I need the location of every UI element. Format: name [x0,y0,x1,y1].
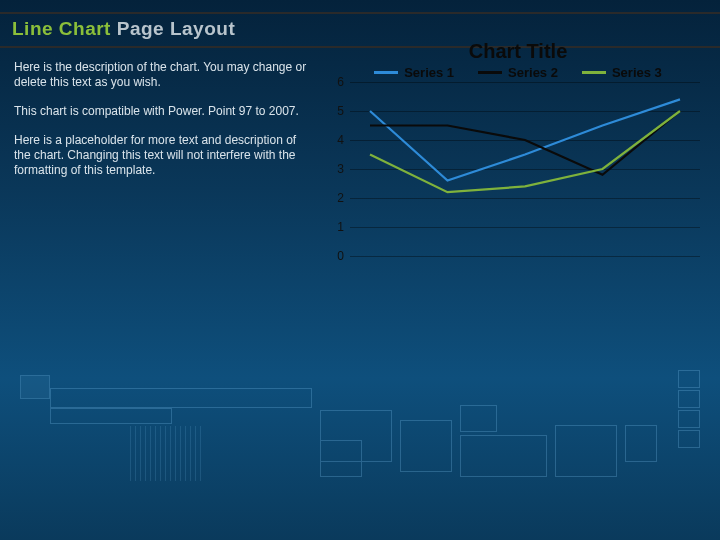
decorative-blueprint [20,370,700,520]
legend-item-series2: Series 2 [478,65,558,80]
legend-item-series1: Series 1 [374,65,454,80]
legend-swatch [478,71,502,74]
y-tick-label: 5 [337,104,344,118]
legend-swatch [582,71,606,74]
legend-label: Series 1 [404,65,454,80]
slide-title-rest: Page Layout [111,18,235,39]
chart-legend: Series 1 Series 2 Series 3 [330,65,706,80]
line-chart: Chart Title Series 1 Series 2 Series 3 6… [330,40,706,256]
description-column: Here is the description of the chart. Yo… [14,60,314,192]
y-tick-label: 2 [337,191,344,205]
y-tick-label: 4 [337,133,344,147]
slide-title: Line Chart Page Layout [12,18,708,40]
y-tick-label: 3 [337,162,344,176]
description-paragraph: Here is a placeholder for more text and … [14,133,314,178]
gridline [350,256,700,257]
chart-lines-svg [350,82,700,256]
slide-title-accent: Line Chart [12,18,111,39]
legend-item-series3: Series 3 [582,65,662,80]
y-tick-label: 1 [337,220,344,234]
legend-label: Series 3 [612,65,662,80]
description-paragraph: Here is the description of the chart. Yo… [14,60,314,90]
legend-swatch [374,71,398,74]
y-tick-label: 6 [337,75,344,89]
chart-plot-area: 6 5 4 3 2 1 0 [350,82,700,256]
series-line [370,111,680,175]
y-tick-label: 0 [337,249,344,263]
chart-title: Chart Title [330,40,706,63]
description-paragraph: This chart is compatible with Power. Poi… [14,104,314,119]
legend-label: Series 2 [508,65,558,80]
